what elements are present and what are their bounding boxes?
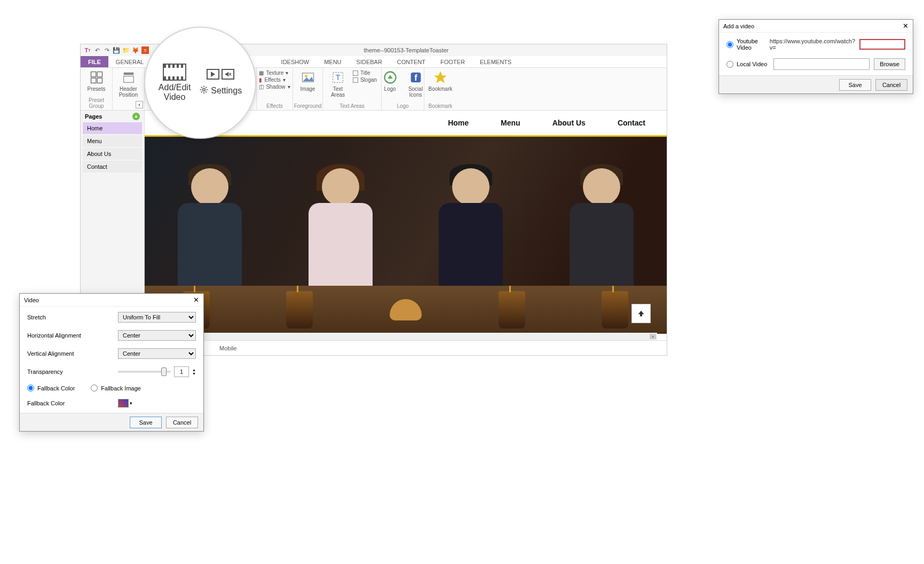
bookmark-group-label: Bookmark bbox=[424, 103, 456, 109]
ribbon-group-preset: Presets Preset Group bbox=[81, 68, 113, 110]
add-page-button[interactable]: + bbox=[132, 113, 140, 120]
open-icon[interactable]: 📁 bbox=[122, 46, 130, 54]
text-areas-icon: T bbox=[330, 70, 345, 85]
slogan-checkbox[interactable]: Slogan bbox=[353, 77, 377, 83]
mobile-tab[interactable]: Mobile bbox=[219, 345, 236, 351]
pages-header: ‹ Pages + bbox=[81, 111, 144, 122]
bookmark-button[interactable]: Bookmark bbox=[429, 70, 453, 92]
youtube-id-input[interactable] bbox=[859, 39, 905, 50]
save-button[interactable]: Save bbox=[839, 79, 871, 91]
beer-glass-icon bbox=[602, 291, 628, 328]
page-item-menu[interactable]: Menu bbox=[83, 135, 142, 147]
stretch-select[interactable]: Uniform To Fill bbox=[118, 312, 196, 323]
bottom-bar: Mobile bbox=[145, 340, 667, 355]
mute-speaker-icon bbox=[222, 69, 234, 80]
add-video-dialog: Add a video ✕ Youtube Video https://www.… bbox=[718, 19, 913, 94]
save-button[interactable]: Save bbox=[130, 417, 162, 428]
close-icon[interactable]: ✕ bbox=[193, 296, 199, 304]
svg-rect-5 bbox=[123, 76, 133, 83]
tab-footer[interactable]: FOOTER bbox=[433, 56, 472, 67]
design-canvas[interactable]: nt Home Menu About Us Contact bbox=[145, 111, 667, 340]
social-icons-button[interactable]: f Social Icons bbox=[405, 70, 427, 98]
browse-button[interactable]: Browse bbox=[874, 58, 905, 70]
redo-icon[interactable]: ↷ bbox=[103, 46, 110, 54]
header-position-label: Header Position bbox=[119, 86, 138, 98]
collapse-panel-icon[interactable]: ‹ bbox=[136, 101, 143, 108]
gear-icon bbox=[199, 85, 209, 97]
tab-slideshow[interactable]: IDESHOW bbox=[274, 56, 317, 67]
nav-home[interactable]: Home bbox=[448, 119, 469, 127]
page-item-contact[interactable]: Contact bbox=[83, 161, 142, 173]
logo-button[interactable]: Logo bbox=[380, 70, 401, 92]
presets-button[interactable]: Presets bbox=[86, 70, 107, 92]
hero-image[interactable] bbox=[145, 135, 667, 334]
page-list: Home Menu About Us Contact bbox=[81, 122, 144, 173]
svg-rect-2 bbox=[91, 78, 96, 83]
cancel-button[interactable]: Cancel bbox=[166, 417, 198, 428]
slider-thumb[interactable] bbox=[161, 367, 167, 376]
svg-text:T: T bbox=[336, 73, 341, 82]
presets-icon bbox=[89, 70, 104, 85]
halign-select[interactable]: Center bbox=[118, 330, 196, 341]
radio-input[interactable] bbox=[91, 385, 98, 391]
svg-rect-4 bbox=[123, 73, 133, 75]
fallback-color-radio[interactable]: Fallback Color bbox=[27, 385, 75, 391]
youtube-radio[interactable]: Youtube Video bbox=[726, 38, 765, 51]
bookmark-star-icon bbox=[433, 70, 448, 85]
undo-icon[interactable]: ↶ bbox=[93, 46, 101, 54]
header-position-button[interactable]: Header Position bbox=[118, 70, 139, 98]
svg-point-7 bbox=[305, 75, 307, 77]
save-icon[interactable]: 💾 bbox=[113, 46, 120, 54]
local-video-path-input[interactable] bbox=[773, 58, 870, 70]
tab-general[interactable]: GENERAL bbox=[108, 56, 152, 67]
horizontal-scrollbar[interactable]: › bbox=[145, 333, 657, 340]
radio-input[interactable] bbox=[27, 385, 34, 391]
add-edit-video-button[interactable]: Add/Edit Video bbox=[159, 64, 191, 102]
valign-select[interactable]: Center bbox=[118, 348, 196, 359]
text-tool-icon[interactable]: TT bbox=[84, 46, 91, 54]
transparency-spinner[interactable]: 1 bbox=[174, 366, 189, 377]
shadow-dropdown[interactable]: ◫Shadow ▾ bbox=[259, 84, 290, 90]
scroll-right-icon[interactable]: › bbox=[650, 334, 656, 339]
ribbon-group-effects: ▦Texture ▾ ▮Effects ▾ ◫Shadow ▾ Effects bbox=[257, 68, 293, 110]
transparency-slider[interactable] bbox=[118, 371, 171, 373]
logo-label: Logo bbox=[384, 86, 396, 92]
play-icon bbox=[207, 69, 219, 80]
tab-menu[interactable]: MENU bbox=[317, 56, 349, 67]
tab-file[interactable]: FILE bbox=[81, 56, 108, 67]
spinner-arrows[interactable]: ▲▼ bbox=[192, 368, 196, 375]
add-video-dialog-title-bar: Add a video ✕ bbox=[719, 20, 913, 33]
tab-content[interactable]: CONTENT bbox=[390, 56, 433, 67]
scroll-to-top-button[interactable] bbox=[631, 304, 651, 323]
page-item-home[interactable]: Home bbox=[83, 122, 142, 134]
image-button[interactable]: Image bbox=[297, 70, 319, 92]
video-settings-button[interactable]: Settings bbox=[199, 69, 242, 97]
cancel-button[interactable]: Cancel bbox=[875, 79, 907, 91]
nav-menu[interactable]: Menu bbox=[501, 119, 520, 127]
text-areas-button[interactable]: T Text Areas bbox=[327, 70, 349, 98]
image-icon bbox=[301, 70, 315, 85]
effects-dropdown[interactable]: ▮Effects ▾ bbox=[259, 77, 290, 83]
title-checkbox[interactable]: Title bbox=[353, 70, 377, 76]
fallback-image-radio[interactable]: Fallback Image bbox=[91, 385, 141, 391]
tab-elements[interactable]: ELEMENTS bbox=[472, 56, 519, 67]
radio-input[interactable] bbox=[726, 41, 733, 48]
radio-input[interactable] bbox=[726, 61, 733, 68]
tab-sidebar[interactable]: SIDEBAR bbox=[349, 56, 390, 67]
transparency-label: Transparency bbox=[27, 369, 118, 375]
video-dialog-footer: Save Cancel bbox=[20, 413, 203, 431]
quick-access-toolbar: TT ↶ ↷ 💾 📁 🦊 5 bbox=[84, 46, 149, 54]
text-areas-label: Text Areas bbox=[331, 86, 345, 98]
header-position-icon bbox=[121, 70, 136, 85]
nav-about[interactable]: About Us bbox=[552, 119, 586, 127]
texture-dropdown[interactable]: ▦Texture ▾ bbox=[259, 70, 290, 76]
nav-contact[interactable]: Contact bbox=[618, 119, 645, 127]
page-item-about[interactable]: About Us bbox=[83, 148, 142, 160]
firefox-icon[interactable]: 🦊 bbox=[132, 46, 139, 54]
pages-header-label: Pages bbox=[85, 113, 102, 120]
html5-icon[interactable]: 5 bbox=[141, 46, 149, 54]
local-video-radio[interactable]: Local Video bbox=[726, 61, 769, 68]
color-picker[interactable]: ▾ bbox=[118, 399, 132, 408]
close-icon[interactable]: ✕ bbox=[903, 22, 909, 30]
burger-icon bbox=[390, 299, 422, 320]
